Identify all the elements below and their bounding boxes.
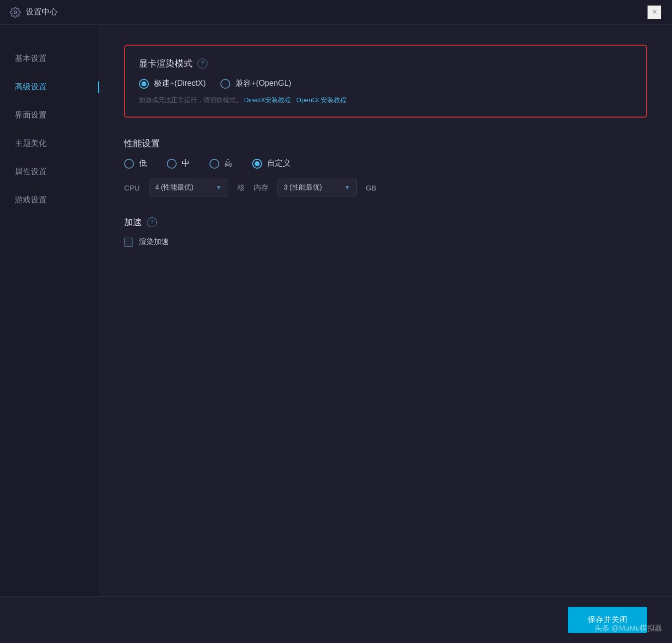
perf-option-high[interactable]: 高 — [209, 158, 232, 169]
perf-radio-low[interactable] — [124, 159, 134, 169]
mem-label: 内存 — [254, 183, 269, 193]
accel-section: 加速 ? 渲染加速 — [124, 216, 647, 247]
perf-option-low[interactable]: 低 — [124, 158, 147, 169]
sidebar-item-properties[interactable]: 属性设置 — [0, 158, 99, 186]
settings-icon — [10, 7, 21, 18]
render-label-opengl: 兼容+(OpenGL) — [235, 78, 291, 89]
cpu-dropdown[interactable]: 4 (性能最优) ▼ — [149, 179, 228, 196]
render-section-title: 显卡渲染模式 ? — [139, 58, 632, 69]
perf-title-text: 性能设置 — [124, 137, 160, 149]
directx-tutorial-link[interactable]: DirectX安装教程 — [244, 96, 291, 104]
render-radio-directx[interactable] — [139, 79, 149, 89]
render-title-text: 显卡渲染模式 — [139, 58, 193, 69]
perf-radio-high[interactable] — [209, 159, 219, 169]
accel-help-icon[interactable]: ? — [147, 217, 157, 227]
render-option-directx[interactable]: 极速+(DirectX) — [139, 78, 205, 89]
perf-label-mid: 中 — [182, 158, 190, 169]
svg-point-0 — [14, 11, 17, 14]
close-button[interactable]: × — [647, 5, 662, 20]
perf-option-custom[interactable]: 自定义 — [252, 158, 291, 169]
perf-radio-custom[interactable] — [252, 159, 262, 169]
perf-option-mid[interactable]: 中 — [167, 158, 190, 169]
perf-radio-mid[interactable] — [167, 159, 177, 169]
mem-unit: GB — [366, 184, 377, 192]
footer: 保存并关闭 — [0, 596, 672, 643]
render-option-opengl[interactable]: 兼容+(OpenGL) — [220, 78, 291, 89]
accel-checkbox-row[interactable]: 渲染加速 — [124, 237, 647, 247]
main-content: 显卡渲染模式 ? 极速+(DirectX) 兼容+(OpenGL) 如游戏无法正… — [99, 25, 672, 596]
accel-section-title: 加速 ? — [124, 216, 647, 228]
window: 设置中心 × 基本设置 高级设置 界面设置 主题美化 属性设置 游戏设置 显卡渲… — [0, 0, 672, 643]
render-section: 显卡渲染模式 ? 极速+(DirectX) 兼容+(OpenGL) 如游戏无法正… — [124, 45, 647, 118]
mem-value: 3 (性能最优) — [284, 183, 339, 192]
render-radio-group: 极速+(DirectX) 兼容+(OpenGL) — [139, 78, 632, 89]
title-bar-left: 设置中心 — [10, 7, 58, 18]
render-radio-opengl[interactable] — [220, 79, 230, 89]
sidebar-item-games[interactable]: 游戏设置 — [0, 186, 99, 214]
sidebar-item-basic[interactable]: 基本设置 — [0, 45, 99, 73]
watermark: 头条 @MuMu模拟器 — [595, 624, 662, 633]
mem-dropdown-arrow: ▼ — [344, 184, 350, 191]
perf-label-high: 高 — [224, 158, 232, 169]
render-hint-text: 如游戏无法正常运行，请切换模式。 — [139, 96, 242, 104]
render-hint: 如游戏无法正常运行，请切换模式。 DirectX安装教程 OpenGL安装教程 — [139, 96, 632, 105]
sidebar: 基本设置 高级设置 界面设置 主题美化 属性设置 游戏设置 — [0, 25, 99, 596]
perf-presets: 低 中 高 自定义 — [124, 158, 647, 169]
sidebar-item-advanced[interactable]: 高级设置 — [0, 73, 99, 101]
title-bar: 设置中心 × — [0, 0, 672, 25]
accel-checkbox[interactable] — [124, 238, 133, 247]
perf-row: CPU 4 (性能最优) ▼ 核 内存 3 (性能最优) ▼ GB — [124, 179, 647, 196]
sidebar-item-theme[interactable]: 主题美化 — [0, 129, 99, 158]
render-help-icon[interactable]: ? — [198, 59, 207, 68]
perf-section: 性能设置 低 中 高 — [124, 137, 647, 196]
accel-title-text: 加速 — [124, 216, 142, 228]
cpu-value: 4 (性能最优) — [155, 183, 211, 192]
cpu-label: CPU — [124, 184, 140, 192]
perf-label-custom: 自定义 — [267, 158, 291, 169]
cpu-unit: 核 — [237, 183, 245, 193]
perf-section-title: 性能设置 — [124, 137, 647, 149]
window-title: 设置中心 — [26, 7, 58, 17]
opengl-tutorial-link[interactable]: OpenGL安装教程 — [296, 96, 346, 104]
cpu-dropdown-arrow: ▼ — [216, 184, 222, 191]
perf-label-low: 低 — [139, 158, 147, 169]
accel-checkbox-label: 渲染加速 — [139, 237, 169, 247]
sidebar-item-ui[interactable]: 界面设置 — [0, 101, 99, 129]
content-area: 基本设置 高级设置 界面设置 主题美化 属性设置 游戏设置 显卡渲染模式 ? 极… — [0, 25, 672, 596]
mem-dropdown[interactable]: 3 (性能最优) ▼ — [277, 179, 357, 196]
render-label-directx: 极速+(DirectX) — [154, 78, 205, 89]
